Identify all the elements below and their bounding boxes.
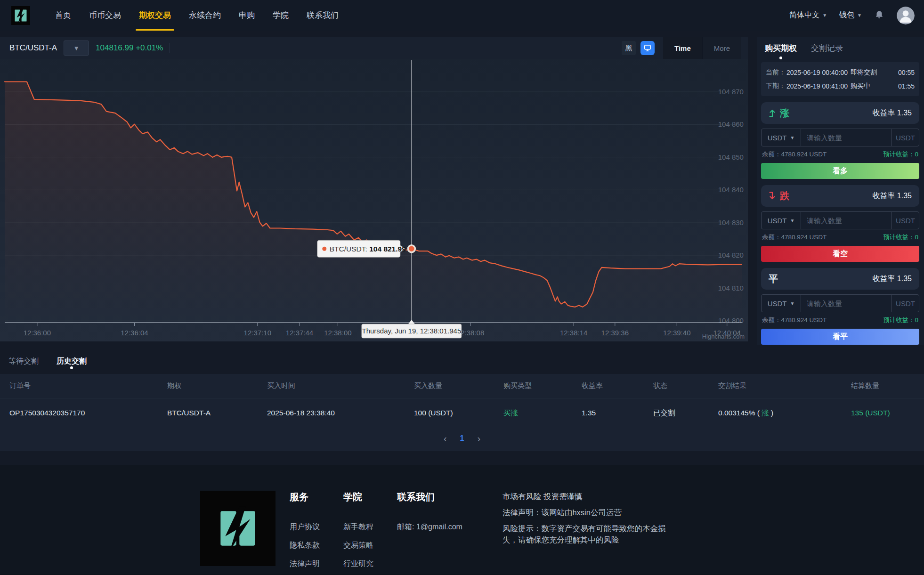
current-point-marker	[408, 245, 415, 252]
balance-label: 余额：4780.924 USDT	[762, 316, 827, 324]
chevron-down-icon: ▼	[857, 13, 862, 18]
footer-column: 联系我们邮箱: 1@gmail.com	[397, 491, 462, 575]
notification-bell-icon[interactable]	[874, 10, 884, 21]
panel-tab-1[interactable]: 交割记录	[811, 43, 843, 59]
pair-selector[interactable]: ▼	[64, 40, 89, 56]
page-number[interactable]: 1	[460, 434, 464, 443]
wallet-label: 钱包	[839, 10, 854, 20]
nav-item-6[interactable]: 联系我们	[298, 0, 348, 31]
nav-item-1[interactable]: 币币交易	[80, 0, 130, 31]
svg-text:104 820: 104 820	[718, 251, 744, 259]
footer-link[interactable]: 用户协议	[290, 522, 330, 532]
amount-input[interactable]	[801, 295, 892, 312]
chart-toolbar: 黑 Time More	[622, 37, 741, 59]
nav-item-0[interactable]: 首页	[46, 0, 80, 31]
svg-text:104 870: 104 870	[718, 88, 744, 96]
orders-tab-1[interactable]: 历史交割	[57, 352, 87, 370]
orders-tab-0[interactable]: 等待交割	[8, 352, 39, 370]
currency-suffix: USDT	[892, 212, 919, 229]
trade-panel: 购买期权交割记录 当前： 2025-06-19 00:40:00 即将交割 00…	[757, 37, 924, 345]
column-header: 交割结果	[718, 381, 851, 390]
orders-section: 等待交割历史交割 订单号期权买入时间买入数量购买类型收益率状态交割结果结算数量 …	[0, 352, 924, 451]
main-menu: 首页币币交易期权交易永续合约申购学院联系我们	[46, 0, 348, 31]
expected-profit-label: 预计收益：0	[883, 316, 918, 324]
trade-section-header: 跌 收益率 1.35	[761, 185, 919, 207]
svg-text:BTC/USDT: 104 821.99: BTC/USDT: 104 821.99	[330, 245, 406, 253]
trade-button[interactable]: 看多	[761, 163, 919, 179]
amount-input[interactable]	[801, 129, 892, 146]
price-chart[interactable]: 104 870104 860104 850104 840104 830104 8…	[0, 59, 748, 341]
prev-page-button[interactable]: ‹	[444, 434, 447, 443]
fullscreen-button[interactable]	[640, 41, 655, 55]
trade-section-header: 涨 收益率 1.35	[761, 102, 919, 124]
brand-logo[interactable]	[11, 6, 30, 25]
interval-more-button[interactable]: More	[702, 37, 741, 59]
table-cell: 1.35	[582, 409, 653, 417]
chart-header: BTC/USDT-A ▼ 104816.99 +0.01% 黑 Time Mor…	[0, 37, 748, 59]
trade-button[interactable]: 看平	[761, 329, 919, 345]
pagination: ‹ 1 ›	[0, 428, 924, 449]
page-footer: 服务用户协议隐私条款法律声明学院新手教程交易策略行业研究联系我们邮箱: 1@gm…	[0, 465, 924, 575]
table-cell: 买涨	[503, 408, 582, 418]
trade-panel-tabs: 购买期权交割记录	[761, 43, 919, 59]
currency-select[interactable]: USDT▼	[762, 295, 801, 312]
yield-rate-label: 收益率 1.35	[872, 274, 912, 284]
interval-time-button[interactable]: Time	[663, 37, 702, 59]
period-label: 当前：	[766, 68, 786, 77]
nav-item-4[interactable]: 申购	[230, 0, 264, 31]
currency-select[interactable]: USDT▼	[762, 212, 801, 229]
trade-button[interactable]: 看空	[761, 246, 919, 262]
nav-item-3[interactable]: 永续合约	[180, 0, 230, 31]
footer-link[interactable]: 新手教程	[343, 522, 384, 532]
svg-text:12:39:40: 12:39:40	[663, 329, 690, 337]
language-selector[interactable]: 简体中文 ▼	[789, 10, 827, 20]
theme-dark-button[interactable]: 黑	[622, 41, 636, 55]
balance-row: 余额：4780.924 USDT 预计收益：0	[761, 233, 919, 242]
table-cell-result: 0.003145% ( 涨 )	[718, 408, 851, 418]
footer-logo	[200, 491, 276, 566]
language-label: 简体中文	[789, 10, 819, 20]
footer-link[interactable]: 法律声明	[290, 559, 330, 569]
price-tooltip: BTC/USDT: 104 821.99	[317, 240, 406, 257]
table-cell: 100 (USDT)	[414, 409, 503, 417]
orders-tabs: 等待交割历史交割	[0, 352, 924, 370]
interval-group: Time More	[663, 37, 741, 59]
period-status: 即将交割	[851, 68, 893, 77]
currency-select[interactable]: USDT▼	[762, 129, 801, 146]
footer-divider	[490, 487, 490, 567]
svg-text:104 860: 104 860	[718, 120, 744, 128]
monitor-icon	[643, 44, 652, 52]
footer-link[interactable]: 隐私条款	[290, 541, 330, 551]
series-area	[5, 82, 742, 323]
trade-direction-label: 平	[769, 273, 778, 285]
expected-profit-label: 预计收益：0	[883, 233, 918, 242]
svg-text:104 850: 104 850	[718, 153, 744, 161]
top-nav: 首页币币交易期权交易永续合约申购学院联系我们 简体中文 ▼ 钱包 ▼	[0, 0, 924, 31]
column-header: 结算数量	[851, 381, 924, 390]
footer-link[interactable]: 行业研究	[343, 559, 384, 569]
last-price: 104816.99	[96, 43, 133, 52]
period-label: 下期：	[766, 82, 786, 90]
period-info-row: 当前： 2025-06-19 00:40:00 即将交割 00:55	[766, 65, 915, 79]
footer-column: 服务用户协议隐私条款法律声明	[290, 491, 330, 575]
price-change: +0.01%	[136, 43, 163, 52]
period-info-row: 下期： 2025-06-19 00:41:00 购买中 01:55	[766, 79, 915, 93]
price-display: 104816.99 +0.01%	[96, 43, 163, 53]
column-header: 收益率	[582, 381, 653, 390]
chart-credit: Highcharts.com	[702, 333, 745, 340]
wallet-menu[interactable]: 钱包 ▼	[839, 10, 862, 20]
trade-section: 跌 收益率 1.35 USDT▼ USDT 余额：4780.924 USDT 预…	[761, 185, 919, 262]
amount-input[interactable]	[801, 212, 892, 229]
user-avatar[interactable]	[897, 7, 915, 24]
column-header: 订单号	[9, 381, 167, 390]
trade-direction-label: 涨	[769, 107, 789, 120]
orders-table: 订单号期权买入时间买入数量购买类型收益率状态交割结果结算数量 OP1750304…	[0, 374, 924, 451]
footer-link[interactable]: 交易策略	[343, 541, 384, 551]
nav-item-2[interactable]: 期权交易	[130, 0, 180, 31]
next-page-button[interactable]: ›	[477, 434, 480, 443]
footer-link[interactable]: 邮箱: 1@gmail.com	[397, 522, 462, 532]
panel-tab-0[interactable]: 购买期权	[765, 43, 797, 59]
nav-item-5[interactable]: 学院	[264, 0, 298, 31]
column-header: 买入时间	[267, 381, 414, 390]
disclaimer-line: 法律声明：该网站由hxsin公司运营	[503, 507, 670, 518]
